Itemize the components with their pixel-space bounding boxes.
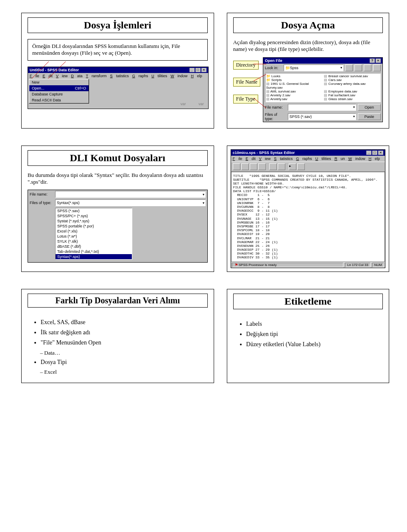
slide-dosya-islemleri: Dosya İşlemleri Örneğin DLI dosyalarında… [21, 13, 214, 129]
list-item[interactable]: Glass strain.sav [324, 97, 379, 101]
list-item[interactable]: Employee data.sav [324, 90, 379, 93]
minimize-icon: _ [366, 151, 371, 155]
list-item-selected[interactable]: Syntax(*.sps) [56, 254, 132, 259]
window-titlebar: Untitled - SPSS Data Editor _ □ × [28, 67, 208, 73]
list-item[interactable]: Lotus (*.w*) [56, 234, 132, 239]
list-item[interactable]: Breast cancer survival.sav [324, 74, 379, 78]
toolbar-icon[interactable] [297, 163, 305, 170]
syntax-text-area[interactable]: TITLE "1995 GENERAL SOCIAL SURVEY CYCLE … [231, 172, 385, 262]
filesoftype-label: Files of type: [265, 112, 286, 121]
toolbar-icon[interactable] [233, 163, 240, 170]
toolbar-icon[interactable] [269, 163, 277, 170]
slide1-title: Dosya İşlemleri [28, 17, 208, 33]
menu-item-database-capture[interactable]: Database Capture [29, 91, 89, 97]
bullet-item: Değişken tipi [246, 330, 382, 339]
slide-syntax-editor: c10micu.sps - SPSS Syntax Editor _□× Fil… [227, 146, 389, 272]
label-filename: File Name [233, 78, 260, 87]
list-item[interactable]: Fat surfactant.sav [324, 93, 379, 97]
lookin-dropdown[interactable]: 📁 Spss [284, 64, 343, 71]
close-icon: × [376, 59, 381, 63]
filename-input[interactable] [55, 191, 206, 198]
new-folder-icon[interactable] [354, 64, 362, 71]
slide-farkli-tip: Farklı Tip Dosyalardan Veri Alımı Excel,… [21, 289, 214, 383]
slide3-title: DLI Komut Dosyaları [28, 150, 208, 166]
maximize-icon: □ [195, 68, 201, 72]
list-item[interactable]: SPSS (*.sav) [56, 208, 132, 213]
filename-label: File name: [30, 192, 53, 196]
list-view-icon[interactable] [364, 64, 371, 71]
list-item[interactable]: 1991 U.S. General Social Survey.sav [266, 82, 322, 90]
bullet-item: Excel, SAS, dBase [41, 318, 207, 327]
filesoftype-label: Files of type: [30, 201, 53, 205]
menu-item-open[interactable]: Open...Ctrl+O [29, 85, 89, 91]
bullet-item: Düzey etiketleri (Value Labels) [246, 340, 382, 349]
status-numlock: NUM [372, 263, 384, 267]
close-icon: × [201, 68, 206, 72]
file-listbox[interactable]: Looks Breast cancer survival.sav Scripts… [265, 73, 381, 102]
dialog-title: Open File [265, 59, 282, 63]
file-menu-dropdown: New Open...Ctrl+O Database Capture Read … [29, 79, 89, 104]
filesoftype-dropdown[interactable]: Syntax(*.sps) [55, 199, 206, 206]
file-type-dialog: File name: Files of type: Syntax(*.sps) … [28, 190, 208, 263]
toolbar-icon[interactable] [258, 163, 266, 170]
list-item[interactable]: SPSS portable (*.por) [56, 224, 132, 229]
list-item[interactable]: Cars.sav [324, 78, 379, 82]
list-item[interactable]: Systat (*.syd,*.sys) [56, 218, 132, 224]
flag-icon: ⚑ [235, 263, 238, 267]
status-processor: SPSS Processor is ready [239, 263, 277, 267]
details-view-icon[interactable] [373, 64, 381, 71]
window-titlebar: c10micu.sps - SPSS Syntax Editor _□× [231, 150, 385, 156]
slide6-bullets: Labels Değişken tipi Düzey etiketleri (V… [227, 315, 389, 356]
toolbar-icon[interactable] [241, 163, 249, 170]
toolbar: ▸ [231, 162, 385, 172]
slide6-title: Etiketleme [233, 294, 383, 309]
dialog-titlebar: Open File ?× [263, 58, 382, 64]
open-button[interactable]: Open [358, 104, 381, 111]
open-file-dialog: Open File ?× Look in: 📁 Spss Looks Breas… [263, 57, 383, 122]
sub-bullet: – Data… [40, 349, 207, 358]
filename-label: File name: [265, 105, 286, 109]
toolbar-run-icon[interactable]: ▸ [289, 163, 296, 170]
file-type-listbox[interactable]: SPSS (*.sav) SPSS/PC+ (*.sys) Systat (*.… [55, 208, 132, 260]
menubar: FileEditViewStatisticsGraphsUtilitiesRun… [231, 156, 385, 162]
close-icon: × [378, 151, 383, 155]
menubar: FileEditViewDataTransformStatisticsGraph… [28, 73, 208, 79]
menu-item-read-ascii[interactable]: Read ASCII Data [29, 97, 89, 103]
list-item[interactable]: Anxiety.sav [266, 97, 322, 101]
list-item[interactable]: SPSS/PC+ (*.sys) [56, 213, 132, 218]
column-header: var [181, 102, 186, 106]
toolbar-icon[interactable] [250, 163, 257, 170]
filename-input[interactable] [288, 104, 356, 111]
list-item[interactable]: AML survival.sav [266, 90, 322, 93]
list-item[interactable]: Scripts [266, 78, 322, 82]
up-folder-icon[interactable] [345, 64, 353, 71]
list-item[interactable]: SYLK (*.slk) [56, 239, 132, 244]
syntax-editor-screenshot: c10micu.sps - SPSS Syntax Editor _□× Fil… [231, 149, 385, 268]
bullet-item: Labels [246, 319, 382, 329]
list-item[interactable]: Excel (*.xls) [56, 229, 132, 234]
filesoftype-dropdown[interactable]: SPSS (*.sav) [288, 113, 356, 120]
list-item[interactable]: dBASE (*.dbf) [56, 244, 132, 249]
slide2-body: Açılan diyalog penceresinden dizin (dire… [233, 39, 383, 53]
status-bar: ⚑SPSS Processor is ready Ln 172 Col 33 N… [231, 262, 385, 268]
spss-data-editor-screenshot: Untitled - SPSS Data Editor _ □ × FileEd… [28, 67, 209, 109]
lookin-label: Look in: [265, 66, 282, 70]
bullet-item: Dosya Tipi [41, 358, 207, 367]
paste-button[interactable]: Paste [358, 113, 381, 120]
slide-etiketleme: Etiketleme Labels Değişken tipi Düzey et… [227, 289, 389, 383]
slide-dosya-acma: Dosya Açma Açılan diyalog penceresinden … [227, 13, 389, 129]
label-filetype: File Type [233, 95, 258, 104]
slide-dli-komut-dosyalari: DLI Komut Dosyaları Bu durumda dosya tip… [21, 146, 214, 272]
bullet-item: "File" Menusünden Open [41, 338, 207, 347]
window-title: Untitled - SPSS Data Editor [30, 68, 79, 72]
slide3-body: Bu durumda dosya tipi olarak "Syntax" se… [28, 172, 208, 186]
menu-item-new[interactable]: New [29, 79, 89, 85]
list-item[interactable]: Looks [266, 74, 322, 78]
slide5-bullets: Excel, SAS, dBase İlk satır değişken adı… [22, 314, 214, 383]
help-icon: ? [370, 59, 375, 63]
toolbar-icon[interactable] [278, 163, 285, 170]
minimize-icon: _ [190, 68, 195, 72]
list-item[interactable]: Coronary artery data.sav [324, 82, 379, 90]
list-item[interactable]: Anxiety 2.sav [266, 93, 322, 97]
list-item[interactable]: Tab-delimited (*.dat,*.txt) [56, 249, 132, 254]
